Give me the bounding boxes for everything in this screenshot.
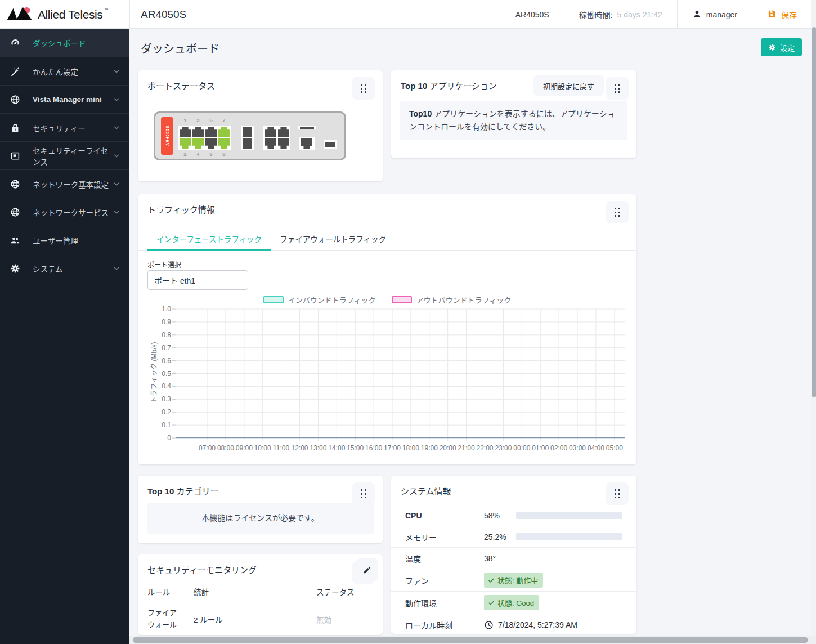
system-info-card: システム情報 CPU 58% メモリー 25.2% 温度 38° bbox=[391, 476, 636, 634]
chart-legend: インバウンドトラフィック アウトバウンドトラフィック bbox=[138, 294, 636, 305]
brand[interactable]: Allied Telesis ™ bbox=[7, 0, 128, 29]
sidebar-item-easy-setup[interactable]: かんたん設定 bbox=[0, 57, 129, 85]
user-menu[interactable]: manager bbox=[677, 0, 752, 29]
system-rows: CPU 58% メモリー 25.2% 温度 38° ファン bbox=[391, 505, 636, 636]
wan-port-group bbox=[263, 126, 290, 150]
fan-status-badge: 状態: 動作中 bbox=[484, 573, 543, 588]
settings-button-label: 設定 bbox=[780, 42, 795, 53]
sidebar-item-label: ユーザー管理 bbox=[33, 235, 120, 246]
globe-grid-icon bbox=[10, 179, 20, 189]
traffic-chart: トラフィック (Mb/s) 00.10.20.30.40.50.60.70.80… bbox=[141, 307, 634, 453]
outbound-swatch bbox=[392, 296, 412, 303]
cpu-label: CPU bbox=[405, 511, 484, 520]
port-number: 5 bbox=[205, 117, 217, 123]
port bbox=[243, 127, 252, 137]
sidebar-item-security[interactable]: セキュリティー bbox=[0, 113, 129, 141]
drag-handle[interactable] bbox=[606, 77, 629, 100]
gear-icon bbox=[10, 263, 20, 274]
drag-handle[interactable] bbox=[606, 201, 629, 223]
traffic-info-card: トラフィック情報 インターフェーストラフィック ファイアウォールトラフィック ポ… bbox=[138, 194, 636, 464]
y-tick-label: 0.2 bbox=[144, 408, 171, 416]
y-tick-label: 1.0 bbox=[144, 305, 171, 313]
license-icon bbox=[10, 151, 20, 161]
license-required-message: 本機能はライセンスが必要です。 bbox=[147, 503, 374, 534]
sidebar-item-user-management[interactable]: ユーザー管理 bbox=[0, 226, 129, 254]
sidebar: ダッシュボード かんたん設定 Vista Manager mini セキュリティ… bbox=[0, 29, 129, 644]
tab-interface-traffic[interactable]: インターフェーストラフィック bbox=[147, 227, 271, 250]
save-label: 保存 bbox=[781, 9, 797, 20]
column-status: ステータス bbox=[316, 586, 355, 597]
sidebar-item-label: ネットワーク基本設定 bbox=[33, 178, 113, 190]
drag-dots-icon bbox=[615, 84, 621, 93]
chevron-down-icon bbox=[113, 152, 120, 160]
port-select[interactable]: ポート eth1 bbox=[147, 270, 248, 290]
check-icon bbox=[488, 600, 495, 606]
memory-value: 25.2% bbox=[484, 533, 516, 542]
lan-port-group: 12345678 bbox=[178, 117, 231, 158]
traffic-tabs: インターフェーストラフィック ファイアウォールトラフィック bbox=[138, 227, 636, 251]
drag-dots-icon bbox=[615, 208, 621, 217]
trademark: ™ bbox=[104, 8, 108, 12]
y-tick-label: 0.1 bbox=[144, 421, 171, 429]
local-time-value: 7/18/2024, 5:27:39 AM bbox=[484, 620, 577, 630]
gauge-icon bbox=[10, 38, 20, 48]
vertical-scrollbar-thumb[interactable] bbox=[812, 27, 816, 397]
x-tick-label: 05:00 bbox=[603, 444, 626, 452]
horizontal-scrollbar bbox=[129, 636, 816, 644]
settings-button[interactable]: 設定 bbox=[761, 38, 802, 56]
header-divider bbox=[129, 0, 130, 29]
chevron-down-icon bbox=[113, 180, 120, 188]
sidebar-item-security-license[interactable]: セキュリティーライセンス bbox=[0, 141, 129, 169]
reset-defaults-button[interactable]: 初期設定に戻す bbox=[533, 75, 604, 96]
card-title: ポートステータス bbox=[147, 79, 215, 91]
header-model-title: AR4050S bbox=[141, 0, 186, 29]
sidebar-item-vista-manager-mini[interactable]: Vista Manager mini bbox=[0, 85, 129, 113]
drag-handle[interactable] bbox=[352, 77, 375, 100]
sidebar-item-network-basic[interactable]: ネットワーク基本設定 bbox=[0, 169, 129, 198]
allied-telesis-logo-icon bbox=[7, 6, 33, 23]
rule-stat: 2 ルール bbox=[194, 614, 316, 625]
top10-applications-card: Top 10 アプリケーション 初期設定に戻す Top10 アプリケーションを表… bbox=[391, 70, 636, 158]
page-title: ダッシュボード bbox=[141, 40, 219, 56]
drag-handle[interactable] bbox=[606, 482, 629, 505]
check-icon bbox=[488, 577, 495, 584]
sfp-port-group bbox=[241, 126, 254, 150]
memory-row: メモリー 25.2% bbox=[391, 526, 636, 548]
local-time-label: ローカル時刻 bbox=[405, 619, 484, 630]
chevron-down-icon bbox=[113, 265, 120, 272]
environment-row: 動作環境 状態: Good bbox=[391, 592, 636, 614]
drag-handle[interactable] bbox=[352, 482, 375, 505]
port-status-card: ポートステータス AR4050S 12345678 bbox=[138, 70, 383, 181]
sidebar-item-label: Vista Manager mini bbox=[33, 95, 113, 104]
memory-bar bbox=[516, 533, 622, 540]
clock-icon bbox=[484, 620, 494, 630]
sidebar-item-dashboard[interactable]: ダッシュボード bbox=[0, 29, 129, 57]
vertical-scrollbar bbox=[811, 0, 816, 644]
globe-grid-icon bbox=[10, 207, 20, 217]
temperature-value: 38° bbox=[484, 554, 516, 563]
security-table-header: ルール 統計 ステータス bbox=[147, 586, 373, 603]
uptime-label: 稼働時間: bbox=[579, 9, 613, 20]
horizontal-scrollbar-thumb[interactable] bbox=[133, 637, 808, 643]
lock-icon bbox=[10, 123, 20, 133]
pencil-icon bbox=[363, 566, 371, 574]
x-axis-ticks: 07:0008:0009:0010:0011:0012:0013:0014:00… bbox=[176, 444, 625, 452]
sidebar-item-network-services[interactable]: ネットワークサービス bbox=[0, 198, 129, 226]
security-monitoring-card: セキュリティーモニタリング ルール 統計 ステータス ファイアウォール 2 ルー… bbox=[138, 554, 383, 635]
sidebar-item-system[interactable]: システム bbox=[0, 254, 129, 282]
port-number: 6 bbox=[205, 151, 217, 157]
user-name: manager bbox=[706, 10, 737, 19]
temperature-row: 温度 38° bbox=[391, 548, 636, 569]
tab-firewall-traffic[interactable]: ファイアウォールトラフィック bbox=[271, 227, 395, 250]
rule-status: 無効 bbox=[316, 614, 331, 625]
top10-categories-card: Top 10 カテゴリー 本機能はライセンスが必要です。 bbox=[138, 476, 383, 543]
edit-firewall-button[interactable] bbox=[356, 558, 378, 581]
y-tick-label: 0.5 bbox=[144, 370, 171, 378]
port-number: 4 bbox=[192, 151, 204, 157]
save-button[interactable]: 保存 bbox=[752, 0, 811, 29]
chevron-down-icon bbox=[113, 124, 120, 132]
console-slot bbox=[300, 127, 314, 129]
sidebar-item-label: セキュリティー bbox=[33, 122, 113, 133]
chevron-down-icon bbox=[113, 208, 120, 216]
header-uptime: 稼働時間: 5 days 21:42 bbox=[564, 0, 677, 29]
